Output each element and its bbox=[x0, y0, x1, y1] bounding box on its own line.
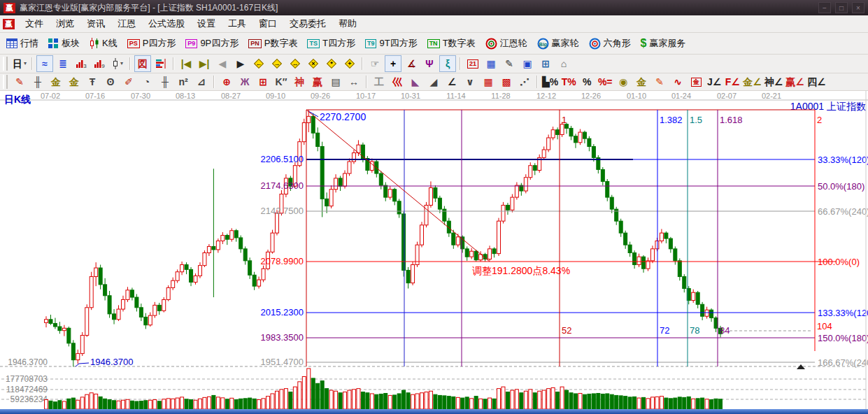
gold-circle-button[interactable]: ◉ bbox=[615, 73, 632, 90]
zoom-all-button[interactable]: + bbox=[341, 55, 358, 72]
chart-pattern-toggle-icon: ≈ bbox=[42, 59, 48, 69]
menu-item-资讯[interactable]: 资讯 bbox=[80, 15, 111, 32]
gann-sail-button[interactable]: ⊿ bbox=[193, 73, 210, 90]
gann-fence-button[interactable]: ╫ bbox=[29, 73, 46, 90]
k-quote-button[interactable]: K″ bbox=[273, 73, 290, 90]
circle-cross-button[interactable]: ⊕ bbox=[218, 73, 235, 90]
pattern-mark-toggle-button[interactable]: 図 bbox=[134, 55, 151, 72]
calculator-button[interactable]: ▦ bbox=[483, 55, 499, 72]
mind-map-button[interactable]: ξ bbox=[439, 55, 456, 72]
menu-item-公式选股[interactable]: 公式选股 bbox=[142, 15, 191, 32]
gold-levels-button[interactable]: 金 bbox=[633, 73, 650, 90]
crosshair-button[interactable]: + bbox=[385, 55, 401, 72]
angle-j-button[interactable]: J∠ bbox=[706, 73, 723, 90]
square-n2-button[interactable]: n² bbox=[175, 73, 192, 90]
quote-table-button[interactable]: 行情 bbox=[1, 34, 43, 53]
winner-service-button[interactable]: $赢家服务 bbox=[636, 34, 691, 53]
p-number-table-button[interactable]: PNP数字表 bbox=[243, 34, 302, 53]
quote-list-button[interactable]: ≣ bbox=[55, 55, 71, 72]
angle-si-button[interactable]: 四∠ bbox=[806, 73, 827, 90]
star-grid-button[interactable]: Ж bbox=[236, 73, 253, 90]
pen-ruler-button[interactable]: ✐ bbox=[120, 73, 137, 90]
angle-shen-button[interactable]: 神∠ bbox=[764, 73, 784, 90]
menu-item-交易委托[interactable]: 交易委托 bbox=[283, 15, 332, 32]
nav-last-button[interactable]: ▶| bbox=[196, 55, 213, 72]
calendar-button[interactable]: 21 bbox=[464, 55, 481, 72]
measure-width-button[interactable]: ↔ bbox=[346, 73, 362, 90]
gann-fence-gold-2-button[interactable]: 金 bbox=[66, 73, 83, 90]
minimize-button[interactable]: − bbox=[818, 2, 831, 13]
fence-ying-button[interactable]: 赢 bbox=[309, 73, 326, 90]
volume-profile-button[interactable] bbox=[152, 55, 169, 72]
ruler-123-button[interactable]: ▤ bbox=[327, 73, 344, 90]
winner-wheel-button[interactable]: Big赢家轮 bbox=[532, 34, 584, 53]
angle-gold-button[interactable]: 金∠ bbox=[742, 73, 762, 90]
sector-blocks-button[interactable]: 板块 bbox=[43, 34, 85, 53]
net-save-button[interactable]: ⊞ bbox=[537, 55, 554, 72]
maximize-button[interactable]: □ bbox=[835, 2, 848, 13]
zoom-cross-button[interactable]: × bbox=[305, 55, 322, 72]
p9-square-button[interactable]: P99P四方形 bbox=[180, 34, 243, 53]
notepad-button[interactable]: ✎ bbox=[501, 55, 518, 72]
workstation-button[interactable]: ⌂ bbox=[555, 55, 572, 72]
angle-f-button[interactable]: F∠ bbox=[724, 73, 741, 90]
bars-3-button[interactable]: 3 bbox=[73, 55, 90, 72]
menu-item-窗口[interactable]: 窗口 bbox=[252, 15, 283, 32]
zoom-star-button[interactable]: * bbox=[323, 55, 340, 72]
box-grid-button[interactable]: ⊞ bbox=[255, 73, 271, 90]
p-square-button[interactable]: PSP四方形 bbox=[122, 34, 181, 53]
pct-plain-button[interactable]: % bbox=[578, 73, 595, 90]
gann-wheel-button[interactable]: 江恩轮 bbox=[481, 34, 532, 53]
v-check-button[interactable]: ∨ bbox=[462, 73, 478, 90]
candle-style-dropdown-button[interactable]: ▾ bbox=[109, 55, 126, 72]
gann-spiral-button[interactable]: ʘ bbox=[102, 73, 119, 90]
pan-hand-button[interactable]: ☞ bbox=[367, 55, 383, 72]
nav-prev-button[interactable]: ◀ bbox=[214, 55, 231, 72]
t9-square-button[interactable]: T99T四方形 bbox=[360, 34, 422, 53]
grid-red-2-button[interactable]: ▩ bbox=[498, 73, 515, 90]
wave-tool-button[interactable]: ∿ bbox=[669, 73, 686, 90]
gold-box-button[interactable]: 金 bbox=[688, 73, 704, 90]
fan-red-button[interactable]: 巛 bbox=[389, 73, 406, 90]
gann-fence-2-button[interactable]: ╫ bbox=[157, 73, 173, 90]
zoom-horizontal-button[interactable]: ↔ bbox=[287, 55, 304, 72]
fence-shen-button[interactable]: 神 bbox=[291, 73, 308, 90]
t-number-table-button[interactable]: TNT数字表 bbox=[422, 34, 481, 53]
pct-column-button[interactable]: ▙% bbox=[541, 73, 559, 90]
beam-tool-button[interactable]: 工 bbox=[371, 73, 387, 90]
hexagon-button[interactable]: 六角形 bbox=[584, 34, 636, 53]
gann-clock-button[interactable]: ◔ bbox=[138, 73, 155, 90]
bars-9-button[interactable]: 9 bbox=[91, 55, 108, 72]
chart-pattern-toggle-button[interactable]: ≈ bbox=[36, 55, 53, 72]
pct-line-button[interactable]: %= bbox=[597, 73, 613, 90]
angle-line-button[interactable]: ∠ bbox=[443, 73, 460, 90]
menu-item-设置[interactable]: 设置 bbox=[191, 15, 222, 32]
zoom-left-button[interactable]: ← bbox=[250, 55, 267, 72]
fan-box-purple-button[interactable]: ◣ bbox=[407, 73, 424, 90]
kline-chart-canvas[interactable]: 07-0207-1607-3008-1308-2709-1009-2610-17… bbox=[0, 91, 868, 409]
fan-box-dark-button[interactable]: ◢ bbox=[425, 73, 442, 90]
t-square-button[interactable]: TST四方形 bbox=[302, 34, 360, 53]
gann-fence-gold-1-button[interactable]: 金 bbox=[48, 73, 64, 90]
grid-red-1-button[interactable]: ▦ bbox=[480, 73, 497, 90]
kline-period-dropdown-button[interactable]: 日▾ bbox=[11, 55, 28, 72]
slant-lines-button[interactable]: ⋰ bbox=[516, 73, 533, 90]
gann-tool-purple-button[interactable]: Ψ bbox=[421, 55, 438, 72]
close-button[interactable]: × bbox=[852, 2, 865, 13]
nav-first-button[interactable]: |◀ bbox=[178, 55, 194, 72]
angle-ying-button[interactable]: 赢∠ bbox=[785, 73, 805, 90]
save-button[interactable]: ▣ bbox=[519, 55, 536, 72]
pct-t-button[interactable]: T% bbox=[560, 73, 577, 90]
zoom-right-button[interactable]: → bbox=[269, 55, 285, 72]
nav-next-button[interactable]: ▶ bbox=[232, 55, 249, 72]
menu-item-江恩[interactable]: 江恩 bbox=[111, 15, 142, 32]
menu-item-工具[interactable]: 工具 bbox=[222, 15, 252, 32]
kline-view-button[interactable]: K线 bbox=[85, 34, 122, 53]
gann-fence-f-button[interactable]: Ŧ bbox=[84, 73, 101, 90]
brush-red-button[interactable]: ✎ bbox=[651, 73, 668, 90]
menu-item-帮助[interactable]: 帮助 bbox=[332, 15, 363, 32]
draw-pen-button[interactable]: ✎ bbox=[11, 73, 28, 90]
menu-item-文件[interactable]: 文件 bbox=[19, 15, 50, 32]
angle-measure-button[interactable]: ∡ bbox=[403, 55, 420, 72]
menu-item-浏览[interactable]: 浏览 bbox=[50, 15, 80, 32]
